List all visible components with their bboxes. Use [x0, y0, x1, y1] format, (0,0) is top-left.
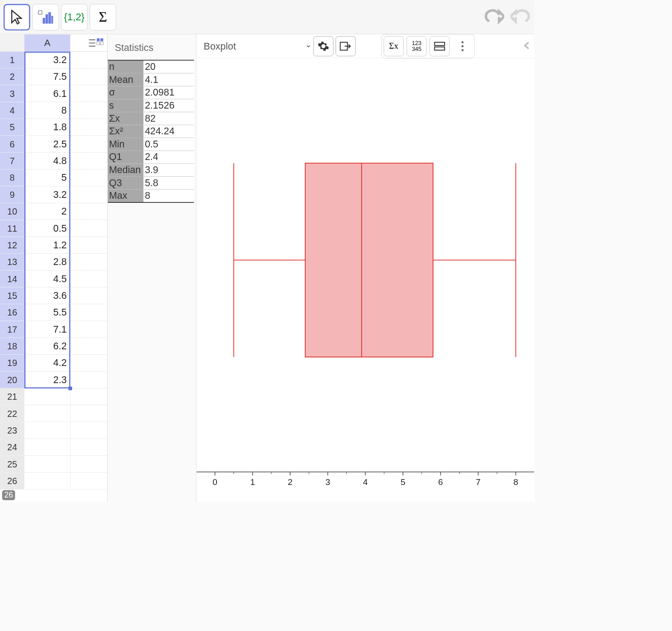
row-number[interactable]: 21	[0, 389, 24, 405]
cell[interactable]	[24, 389, 70, 405]
rowcol-corner[interactable]	[0, 34, 24, 51]
cell[interactable]: 2.5	[24, 136, 70, 152]
row-number[interactable]: 25	[0, 456, 24, 472]
row-number[interactable]: 11	[0, 220, 24, 237]
cell[interactable]: 4.5	[24, 270, 70, 287]
table-row[interactable]: 62.5	[0, 136, 107, 152]
cell[interactable]: 1.2	[24, 237, 70, 253]
table-row[interactable]: 153.6	[0, 288, 107, 304]
row-number[interactable]: 12	[0, 237, 24, 253]
cell[interactable]: 1.8	[24, 119, 70, 136]
cell[interactable]: 2	[24, 203, 70, 220]
row-number[interactable]: 6	[0, 136, 24, 152]
cell[interactable]: 5	[24, 169, 70, 186]
cell[interactable]: 5.5	[24, 304, 70, 321]
row-number[interactable]: 2	[0, 69, 24, 85]
row-number[interactable]: 5	[0, 119, 24, 136]
pointer-tool-button[interactable]	[4, 4, 30, 30]
row-number[interactable]: 24	[0, 439, 24, 456]
table-row[interactable]: 25	[0, 456, 107, 472]
plot-export-button[interactable]	[336, 36, 356, 56]
cell[interactable]: 3.6	[24, 288, 70, 304]
stats-row: n20	[108, 60, 194, 73]
table-row[interactable]: 21	[0, 389, 107, 405]
table-row[interactable]: 48	[0, 102, 107, 119]
table-row[interactable]: 144.5	[0, 270, 107, 287]
undo-button[interactable]	[484, 6, 504, 28]
row-number[interactable]: 13	[0, 254, 24, 270]
cell[interactable]: 6.1	[24, 85, 70, 102]
row-number[interactable]: 20	[0, 371, 24, 388]
row-number[interactable]: 16	[0, 304, 24, 321]
redo-button[interactable]	[511, 6, 531, 28]
cell[interactable]	[24, 405, 70, 422]
table-row[interactable]: 102	[0, 203, 107, 220]
cell[interactable]	[24, 473, 70, 489]
cell[interactable]: 4.2	[24, 355, 70, 371]
row-number[interactable]: 19	[0, 355, 24, 371]
table-row[interactable]: 26	[0, 473, 107, 489]
cell[interactable]: 3.2	[24, 186, 70, 203]
table-row[interactable]: 22	[0, 405, 107, 422]
table-row[interactable]: 27.5	[0, 69, 107, 85]
table-row[interactable]: 85	[0, 169, 107, 186]
cell[interactable]: 4.8	[24, 153, 70, 169]
table-row[interactable]: 23	[0, 422, 107, 439]
cell[interactable]	[24, 422, 70, 439]
cell[interactable]: 7.5	[24, 69, 70, 85]
cell[interactable]: 3.2	[24, 51, 70, 68]
cell[interactable]: 2.3	[24, 371, 70, 388]
table-row[interactable]: 110.5	[0, 220, 107, 237]
table-row[interactable]: 51.8	[0, 119, 107, 136]
table-row[interactable]: 165.5	[0, 304, 107, 321]
table-row[interactable]: 13.2	[0, 51, 107, 68]
table-row[interactable]: 132.8	[0, 254, 107, 270]
cell[interactable]: 0.5	[24, 220, 70, 237]
row-number[interactable]: 4	[0, 102, 24, 119]
row-number[interactable]: 23	[0, 422, 24, 439]
row-number[interactable]: 7	[0, 153, 24, 169]
collapse-panel-button[interactable]	[523, 41, 530, 51]
list-tool-button[interactable]: {1,2}	[61, 4, 87, 30]
numeric-button[interactable]: 123345	[407, 36, 427, 56]
row-jump-indicator[interactable]: 26	[2, 490, 15, 500]
row-number[interactable]: 14	[0, 270, 24, 287]
row-number[interactable]: 10	[0, 203, 24, 220]
row-number[interactable]: 22	[0, 405, 24, 422]
cell[interactable]	[24, 456, 70, 472]
plot-menu-button[interactable]	[452, 36, 473, 56]
table-row[interactable]: 74.8	[0, 153, 107, 169]
table-row[interactable]: 177.1	[0, 321, 107, 338]
cell[interactable]: 8	[24, 102, 70, 119]
row-number[interactable]: 3	[0, 85, 24, 102]
row-number[interactable]: 9	[0, 186, 24, 203]
layout-split-button[interactable]	[429, 36, 450, 56]
column-header-a[interactable]: A	[24, 34, 70, 51]
plot-type-select[interactable]: Boxplot	[200, 37, 311, 55]
svg-rect-9	[101, 38, 103, 41]
row-number[interactable]: 15	[0, 288, 24, 304]
svg-rect-14	[435, 47, 445, 50]
cell[interactable]	[24, 439, 70, 456]
table-row[interactable]: 36.1	[0, 85, 107, 102]
table-row[interactable]: 194.2	[0, 355, 107, 371]
row-number[interactable]: 18	[0, 338, 24, 355]
cell[interactable]: 2.8	[24, 254, 70, 270]
table-row[interactable]: 121.2	[0, 237, 107, 253]
cell[interactable]: 6.2	[24, 338, 70, 355]
row-number[interactable]: 17	[0, 321, 24, 338]
table-row[interactable]: 186.2	[0, 338, 107, 355]
boxplot-chart[interactable]: 012345678	[197, 58, 534, 502]
bar-chart-tool-button[interactable]	[32, 4, 59, 30]
spreadsheet-view-button[interactable]	[86, 34, 107, 51]
row-number[interactable]: 26	[0, 473, 24, 489]
table-row[interactable]: 93.2	[0, 186, 107, 203]
table-row[interactable]: 24	[0, 439, 107, 456]
plot-settings-button[interactable]	[313, 36, 334, 56]
sigma-tool-button[interactable]: Σ	[90, 4, 116, 30]
row-number[interactable]: 1	[0, 51, 24, 68]
row-number[interactable]: 8	[0, 169, 24, 186]
table-row[interactable]: 202.3	[0, 371, 107, 388]
sigma-x-button[interactable]: Σx	[384, 36, 404, 56]
cell[interactable]: 7.1	[24, 321, 70, 338]
